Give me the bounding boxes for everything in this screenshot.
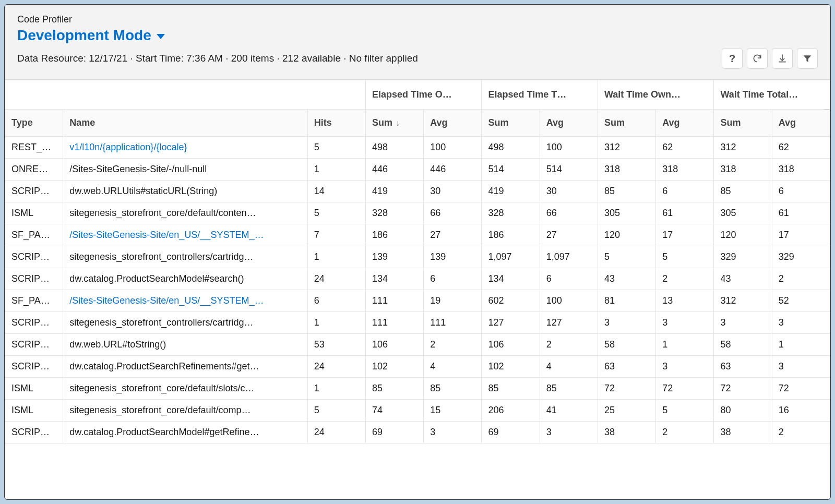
cell-wt-own-sum: 318 [598,159,655,181]
table-container[interactable]: Elapsed Time O… Elapsed Time T… Wait Tim… [5,80,830,499]
cell-type: SCRIP… [5,334,63,356]
cell-et-own-avg: 30 [424,181,482,202]
col-name[interactable]: Name [63,110,307,137]
cell-wt-own-sum: 72 [598,378,655,400]
col-wt-tot-avg[interactable]: Avg [772,110,830,137]
cell-wt-own-sum: 63 [598,356,655,378]
cell-name[interactable]: /Sites-SiteGenesis-Site/en_US/__SYSTEM_… [63,290,307,312]
table-row[interactable]: SF_PA…/Sites-SiteGenesis-Site/en_US/__SY… [5,224,830,246]
table-row[interactable]: ISMLsitegenesis_storefront_core/default/… [5,202,830,224]
table-row[interactable]: SCRIP…dw.catalog.ProductSearchRefinement… [5,356,830,378]
table-row[interactable]: REST_…v1/l10n/{application}/{locale}5498… [5,137,830,159]
sort-desc-icon: ↓ [396,118,400,127]
cell-wt-own-avg: 72 [656,378,714,400]
cell-wt-tot-avg: 17 [772,224,830,246]
cell-type: SCRIP… [5,181,63,202]
cell-type: ISML [5,400,63,422]
cell-name: /Sites-SiteGenesis-Site/-/null-null [63,159,307,181]
cell-et-tot-avg: 85 [540,378,598,400]
table-row[interactable]: SCRIP…sitegenesis_storefront_controllers… [5,312,830,334]
cell-et-tot-avg: 27 [540,224,598,246]
mode-dropdown[interactable]: Development Mode [17,27,165,44]
cell-wt-tot-avg: 62 [772,137,830,159]
cell-et-own-avg: 446 [424,159,482,181]
cell-wt-own-sum: 38 [598,422,655,443]
cell-et-tot-sum: 186 [482,224,540,246]
cell-et-own-avg: 6 [424,268,482,290]
table-row[interactable]: ISMLsitegenesis_storefront_core/default/… [5,400,830,422]
table-row[interactable]: SCRIP…dw.catalog.ProductSearchModel#sear… [5,268,830,290]
col-wt-own-avg[interactable]: Avg [656,110,714,137]
cell-wt-tot-sum: 72 [714,378,772,400]
cell-wt-tot-sum: 305 [714,202,772,224]
table-row[interactable]: SF_PA…/Sites-SiteGenesis-Site/en_US/__SY… [5,290,830,312]
cell-hits: 5 [307,202,365,224]
cell-name: sitegenesis_storefront_core/default/comp… [63,400,307,422]
cell-wt-tot-avg: 329 [772,246,830,268]
cell-hits: 1 [307,378,365,400]
col-hits[interactable]: Hits [307,110,365,137]
col-group-wait-total[interactable]: Wait Time Total… [714,80,830,110]
cell-et-own-avg: 66 [424,202,482,224]
cell-wt-own-avg: 62 [656,137,714,159]
col-group-wait-own[interactable]: Wait Time Own… [598,80,714,110]
filter-button[interactable] [797,48,818,69]
cell-et-own-avg: 139 [424,246,482,268]
cell-wt-own-sum: 25 [598,400,655,422]
cell-et-tot-sum: 127 [482,312,540,334]
cell-et-tot-sum: 134 [482,268,540,290]
table-row[interactable]: SCRIP…sitegenesis_storefront_controllers… [5,246,830,268]
cell-name[interactable]: v1/l10n/{application}/{locale} [63,137,307,159]
help-button[interactable]: ? [722,48,743,69]
cell-et-tot-sum: 1,097 [482,246,540,268]
col-group-elapsed-total[interactable]: Elapsed Time T… [482,80,598,110]
table-row[interactable]: SCRIP…dw.catalog.ProductSearchModel#getR… [5,422,830,443]
cell-wt-own-avg: 318 [656,159,714,181]
col-et-tot-sum[interactable]: Sum [482,110,540,137]
cell-name[interactable]: /Sites-SiteGenesis-Site/en_US/__SYSTEM_… [63,224,307,246]
cell-et-tot-sum: 602 [482,290,540,312]
cell-wt-own-sum: 85 [598,181,655,202]
cell-wt-tot-avg: 52 [772,290,830,312]
col-wt-tot-sum[interactable]: Sum [714,110,772,137]
cell-wt-own-avg: 61 [656,202,714,224]
table-row[interactable]: ONRE…/Sites-SiteGenesis-Site/-/null-null… [5,159,830,181]
col-et-tot-avg[interactable]: Avg [540,110,598,137]
col-type[interactable]: Type [5,110,63,137]
cell-et-tot-sum: 328 [482,202,540,224]
download-button[interactable] [772,48,793,69]
cell-wt-tot-sum: 80 [714,400,772,422]
cell-wt-tot-avg: 2 [772,268,830,290]
table-row[interactable]: SCRIP…dw.web.URLUtils#staticURL(String)1… [5,181,830,202]
cell-wt-own-sum: 312 [598,137,655,159]
col-group-elapsed-own[interactable]: Elapsed Time O… [365,80,482,110]
cell-name: dw.web.URLUtils#staticURL(String) [63,181,307,202]
table-row[interactable]: ISMLsitegenesis_storefront_core/default/… [5,378,830,400]
cell-et-tot-sum: 419 [482,181,540,202]
cell-wt-own-sum: 81 [598,290,655,312]
cell-et-own-sum: 106 [365,334,423,356]
cell-et-own-avg: 15 [424,400,482,422]
col-et-own-avg[interactable]: Avg [424,110,482,137]
cell-et-tot-sum: 514 [482,159,540,181]
refresh-button[interactable] [747,48,768,69]
cell-name: sitegenesis_storefront_controllers/cartr… [63,246,307,268]
cell-hits: 6 [307,290,365,312]
cell-name: dw.catalog.ProductSearchModel#getRefine… [63,422,307,443]
cell-type: SCRIP… [5,268,63,290]
cell-et-tot-avg: 41 [540,400,598,422]
cell-wt-tot-sum: 58 [714,334,772,356]
chevron-down-icon [157,34,165,39]
cell-et-tot-avg: 127 [540,312,598,334]
cell-wt-tot-avg: 61 [772,202,830,224]
cell-type: REST_… [5,137,63,159]
col-et-own-sum[interactable]: Sum↓ [365,110,423,137]
col-wt-own-sum[interactable]: Sum [598,110,655,137]
table-row[interactable]: SCRIP…dw.web.URL#toString()5310621062581… [5,334,830,356]
cell-wt-own-avg: 3 [656,356,714,378]
col-group-blank [5,80,366,110]
cell-wt-tot-sum: 312 [714,137,772,159]
cell-et-own-avg: 3 [424,422,482,443]
cell-type: SCRIP… [5,422,63,443]
cell-et-own-sum: 419 [365,181,423,202]
